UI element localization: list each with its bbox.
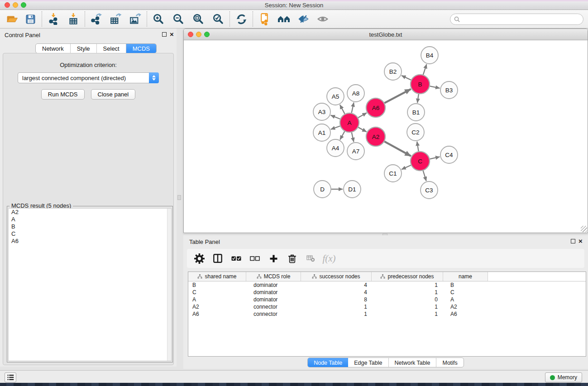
close-panel-icon[interactable]: × xyxy=(170,30,174,38)
graph-node-B[interactable]: B xyxy=(411,75,430,94)
graph-edge-B-B1[interactable] xyxy=(417,94,419,103)
show-columns-button[interactable] xyxy=(212,252,224,265)
refresh-button[interactable] xyxy=(234,11,249,27)
mcds-result-item[interactable]: A2 xyxy=(9,209,171,216)
table-cell[interactable]: 1 xyxy=(372,281,443,289)
graph-edge-C-C2[interactable] xyxy=(417,142,418,152)
graph-node-B4[interactable]: B4 xyxy=(421,47,438,64)
graph-edge-B-B2[interactable] xyxy=(402,76,411,80)
table-cell[interactable]: C xyxy=(443,289,488,296)
table-row[interactable]: A6connector11A6 xyxy=(188,310,586,318)
mcds-result-item[interactable]: A6 xyxy=(9,238,171,245)
float-table-panel-icon[interactable] xyxy=(571,239,575,243)
new-network-from-file-button[interactable] xyxy=(257,11,272,27)
function-builder-button[interactable]: f(x) xyxy=(323,252,335,265)
table-cell[interactable]: 0 xyxy=(372,296,443,303)
task-history-button[interactable] xyxy=(5,372,16,382)
graph-edge-A-A2[interactable] xyxy=(358,127,366,132)
table-cell[interactable]: 1 xyxy=(372,310,443,318)
graph-node-A7[interactable]: A7 xyxy=(347,143,364,160)
tab-network[interactable]: Network xyxy=(36,44,71,53)
graph-edge-A-A1[interactable] xyxy=(331,126,340,129)
column-header-name[interactable]: name xyxy=(443,272,488,281)
graph-node-A3[interactable]: A3 xyxy=(313,103,330,120)
column-header-shared-name[interactable]: shared name xyxy=(188,272,246,281)
zoom-in-button[interactable] xyxy=(151,11,166,27)
run-mcds-button[interactable]: Run MCDS xyxy=(41,89,85,100)
select-all-columns-button[interactable] xyxy=(230,252,242,265)
table-cell[interactable]: C xyxy=(188,289,246,296)
graph-edge-A2-C[interactable] xyxy=(384,142,411,156)
graph-edge-C-C1[interactable] xyxy=(402,165,411,169)
graph-edge-A-A6[interactable] xyxy=(358,113,367,118)
float-panel-icon[interactable] xyxy=(162,32,167,37)
table-row[interactable]: Bdominator41B xyxy=(188,281,586,289)
table-cell[interactable]: B xyxy=(188,281,246,289)
graph-node-C[interactable]: C xyxy=(411,152,430,171)
graph-node-B2[interactable]: B2 xyxy=(384,63,402,80)
table-settings-button[interactable] xyxy=(193,252,205,265)
mcds-result-item[interactable]: C xyxy=(9,230,171,238)
tab-style[interactable]: Style xyxy=(71,44,97,53)
table-cell[interactable]: dominator xyxy=(246,289,301,296)
optimization-criterion-select[interactable]: largest connected component (directed) xyxy=(18,72,159,83)
network-graph[interactable]: B4B2BB3A8A5A6A3B1AC2A1A2A4A7C4CC1C3DD1 xyxy=(184,41,587,233)
window-resize-grip[interactable] xyxy=(581,226,587,232)
close-table-panel-icon[interactable]: × xyxy=(578,237,583,245)
table-cell[interactable]: 1 xyxy=(301,310,372,318)
table-cell[interactable]: connector xyxy=(246,303,301,310)
graph-node-A5[interactable]: A5 xyxy=(327,88,344,105)
graph-node-A8[interactable]: A8 xyxy=(347,85,364,102)
tab-select[interactable]: Select xyxy=(97,44,126,53)
table-cell[interactable]: dominator xyxy=(246,296,301,303)
graph-node-A[interactable]: A xyxy=(340,113,359,132)
unselect-all-columns-button[interactable] xyxy=(249,252,261,265)
graph-edge-C-C4[interactable] xyxy=(430,157,440,159)
graph-node-D1[interactable]: D1 xyxy=(344,181,361,198)
mcds-result-item[interactable]: A xyxy=(9,216,171,223)
table-cell[interactable]: A6 xyxy=(443,310,488,318)
table-row[interactable]: Cdominator41C xyxy=(188,289,586,296)
mcds-result-list[interactable]: A2ABCA6 xyxy=(8,208,172,361)
show-hide-eye-button[interactable] xyxy=(315,11,330,27)
graph-edge-A-A7[interactable] xyxy=(352,132,354,142)
network-window-titlebar[interactable]: testGlobe.txt xyxy=(184,29,588,40)
tab-edge-table[interactable]: Edge Table xyxy=(348,358,388,367)
result-list-scrollbar[interactable] xyxy=(167,209,171,361)
graph-edge-B-B4[interactable] xyxy=(423,64,427,75)
export-table-button[interactable] xyxy=(108,11,124,27)
tab-network-table[interactable]: Network Table xyxy=(389,358,437,367)
zoom-out-button[interactable] xyxy=(171,11,186,27)
table-cell[interactable]: A xyxy=(188,296,246,303)
export-image-button[interactable] xyxy=(128,11,143,27)
zoom-selected-button[interactable] xyxy=(210,11,226,27)
memory-button[interactable]: Memory xyxy=(545,372,582,382)
mcds-result-item[interactable]: B xyxy=(9,223,171,230)
delete-column-button[interactable] xyxy=(286,252,298,265)
import-table-button[interactable] xyxy=(66,11,81,27)
save-session-button[interactable] xyxy=(23,11,38,27)
graph-node-A2[interactable]: A2 xyxy=(366,127,385,146)
graph-edge-C-C3[interactable] xyxy=(423,171,426,181)
table-cell[interactable]: 1 xyxy=(372,303,443,310)
close-panel-button[interactable]: Close panel xyxy=(91,89,136,100)
table-row[interactable]: A2connector11A2 xyxy=(188,303,586,310)
table-cell[interactable]: dominator xyxy=(246,281,301,289)
hide-panels-button[interactable] xyxy=(276,11,292,27)
search-field[interactable] xyxy=(450,14,583,25)
column-header-mcds-role[interactable]: MCDS role xyxy=(246,272,301,281)
toggle-bird-view-button[interactable] xyxy=(296,11,311,27)
column-header-successor-nodes[interactable]: successor nodes xyxy=(301,272,372,281)
graph-node-A1[interactable]: A1 xyxy=(313,124,330,141)
table-cell[interactable]: 1 xyxy=(372,289,443,296)
tab-mcds[interactable]: MCDS xyxy=(126,44,156,53)
table-row[interactable]: Adominator80A xyxy=(188,296,586,303)
graph-node-B1[interactable]: B1 xyxy=(407,104,425,121)
column-header-predecessor-nodes[interactable]: predecessor nodes xyxy=(372,272,443,281)
table-cell[interactable]: A2 xyxy=(188,303,246,310)
table-cell[interactable]: 8 xyxy=(301,296,372,303)
graph-node-B3[interactable]: B3 xyxy=(440,81,458,99)
open-session-button[interactable] xyxy=(5,11,20,27)
graph-node-D[interactable]: D xyxy=(314,181,331,198)
graph-node-C1[interactable]: C1 xyxy=(384,165,402,182)
